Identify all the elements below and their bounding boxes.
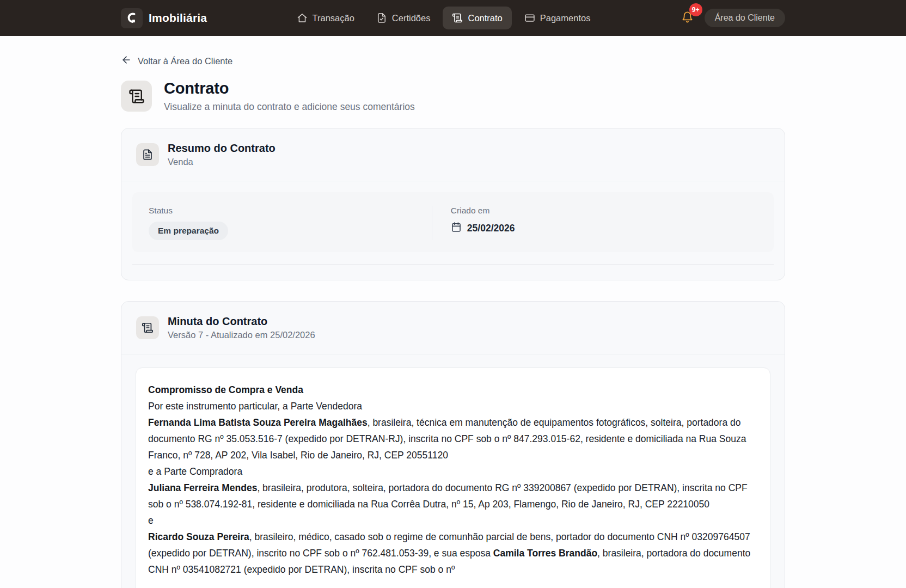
- nav-item-transacao[interactable]: Transação: [287, 7, 364, 29]
- notification-count-badge: 9+: [689, 3, 702, 16]
- notifications-button[interactable]: 9+: [680, 9, 695, 28]
- created-field: Criado em 25/02/2026: [432, 206, 757, 240]
- brand[interactable]: Imobiliária: [121, 8, 207, 28]
- calendar-icon: [451, 222, 462, 235]
- status-label: Status: [149, 206, 432, 216]
- arrow-left-icon: [121, 54, 132, 68]
- contract-paragraph: Fernanda Lima Batista Souza Pereira Maga…: [148, 414, 758, 463]
- created-date: 25/02/2026: [467, 223, 515, 234]
- contract-draft-card: Minuta do Contrato Versão 7 - Atualizado…: [121, 301, 785, 588]
- scroll-icon: [452, 13, 463, 23]
- main-nav: Transação Certidões: [287, 7, 600, 29]
- contract-paragraph: e: [148, 512, 758, 529]
- client-area-button[interactable]: Área do Cliente: [705, 9, 785, 27]
- divider: [121, 181, 785, 181]
- back-link[interactable]: Voltar à Área do Cliente: [121, 54, 232, 68]
- page-subtitle: Visualize a minuta do contrato e adicion…: [164, 101, 415, 113]
- contract-document: Compromisso de Compra e Venda Por este i…: [136, 367, 770, 588]
- back-link-label: Voltar à Área do Cliente: [138, 56, 232, 66]
- scroll-icon: [121, 81, 152, 112]
- nav-item-pagamentos[interactable]: Pagamentos: [515, 7, 600, 29]
- summary-card-title: Resumo do Contrato: [168, 142, 276, 155]
- contract-paragraph: Por este instrumento particular, a Parte…: [148, 398, 758, 414]
- summary-fields-panel: Status Em preparação Criado em 25/02/202…: [132, 192, 774, 252]
- credit-card-icon: [524, 13, 535, 23]
- draft-card-header: Minuta do Contrato Versão 7 - Atualizado…: [121, 302, 785, 354]
- bell-icon: [681, 16, 694, 25]
- home-icon: [297, 13, 308, 23]
- brand-name: Imobiliária: [149, 11, 207, 24]
- file-text-icon: [136, 143, 159, 166]
- summary-card-subtitle: Venda: [168, 157, 276, 167]
- main-content: Voltar à Área do Cliente Contrato Visual…: [121, 36, 785, 588]
- nav-label: Pagamentos: [540, 13, 591, 23]
- contract-paragraph: Compromisso de Compra e Venda: [148, 382, 758, 398]
- nav-label: Contrato: [468, 13, 502, 23]
- page-header: Contrato Visualize a minuta do contrato …: [121, 79, 785, 113]
- status-badge: Em preparação: [149, 222, 228, 240]
- nav-item-certidoes[interactable]: Certidões: [367, 7, 440, 29]
- contract-paragraph: Juliana Ferreira Mendes, brasileira, pro…: [148, 480, 758, 512]
- contract-summary-card: Resumo do Contrato Venda Status Em prepa…: [121, 128, 785, 280]
- nav-label: Certidões: [392, 13, 431, 23]
- nav-label: Transação: [313, 13, 354, 23]
- file-check-icon: [376, 13, 387, 23]
- created-label: Criado em: [451, 206, 757, 216]
- scroll-icon: [136, 316, 159, 339]
- contract-document-wrapper: Compromisso de Compra e Venda Por este i…: [121, 354, 785, 588]
- draft-card-title: Minuta do Contrato: [168, 315, 315, 328]
- nav-item-contrato[interactable]: Contrato: [443, 7, 511, 29]
- draft-card-version: Versão 7 - Atualizado em 25/02/2026: [168, 330, 315, 340]
- contract-paragraph: Ricardo Souza Pereira, brasileiro, médic…: [148, 529, 758, 578]
- contract-paragraph: e a Parte Compradora: [148, 463, 758, 480]
- top-navigation-bar: Imobiliária Transação Certidões: [0, 0, 906, 36]
- summary-card-header: Resumo do Contrato Venda: [121, 128, 785, 181]
- page-title: Contrato: [164, 79, 415, 97]
- brand-logo-icon: [121, 8, 143, 28]
- status-field: Status Em preparação: [149, 206, 432, 240]
